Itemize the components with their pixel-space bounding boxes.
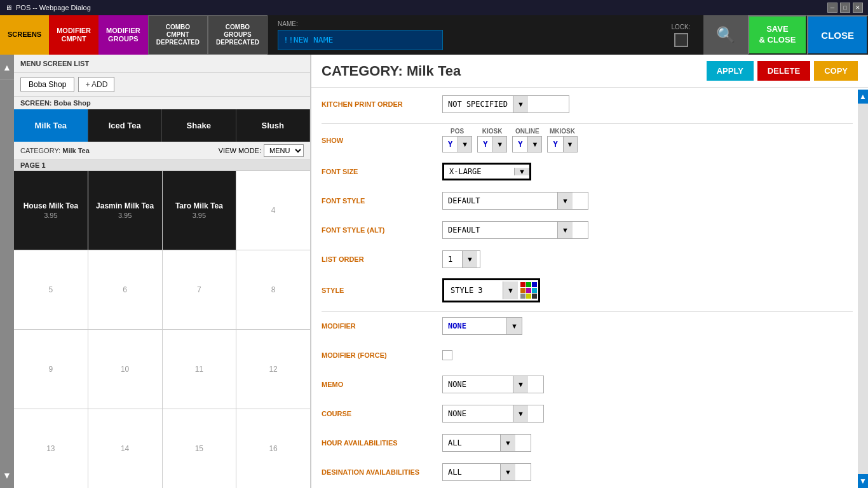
boba-shop-tab[interactable]: Boba Shop xyxy=(20,77,74,92)
modifier-arrow[interactable]: ▼ xyxy=(506,318,522,334)
apply-button[interactable]: APPLY xyxy=(707,61,754,81)
search-button[interactable]: 🔍 xyxy=(703,15,748,55)
kitchen-print-order-arrow[interactable]: ▼ xyxy=(513,96,528,112)
font-size-arrow[interactable]: ▼ xyxy=(514,168,529,175)
course-arrow[interactable]: ▼ xyxy=(513,405,528,422)
memo-arrow[interactable]: ▼ xyxy=(513,376,528,393)
grid-item-7[interactable]: 7 xyxy=(163,250,236,329)
grid-item-9[interactable]: 9 xyxy=(14,330,88,409)
grid-item-6[interactable]: 6 xyxy=(88,250,162,329)
grid-item-14[interactable]: 14 xyxy=(88,409,162,488)
grid-item-5[interactable]: 5 xyxy=(14,250,88,329)
right-panel-scroll-track xyxy=(858,104,868,474)
grid-item-13[interactable]: 13 xyxy=(14,409,88,488)
list-order-select[interactable]: 1 ▼ xyxy=(442,250,480,268)
grid-item-2[interactable]: Jasmin Milk Tea 3.95 xyxy=(88,171,162,250)
right-panel-scroll-up[interactable]: ▲ xyxy=(858,90,868,104)
close-toolbar-button[interactable]: CLOSE xyxy=(807,15,868,55)
modifier-force-checkbox[interactable] xyxy=(442,350,452,360)
grid-item-3[interactable]: Taro Milk Tea 3.95 xyxy=(163,171,236,250)
grid-item-10[interactable]: 10 xyxy=(88,330,162,409)
modifier-force-label: MODIFIER (FORCE) xyxy=(322,351,442,359)
memo-row: MEMO NONE ▼ xyxy=(322,374,853,395)
screens-button[interactable]: SCREENS xyxy=(0,15,49,55)
course-select[interactable]: NONE ▼ xyxy=(442,405,544,423)
font-style-alt-select[interactable]: DEFAULT ▼ xyxy=(442,221,588,239)
modifier-cmpnt-button[interactable]: MODIFIER CMPNT xyxy=(49,15,98,55)
right-panel-scroll-down[interactable]: ▼ xyxy=(858,474,868,488)
destination-avail-row: DESINATION AVAILABILITIES ALL ▼ xyxy=(322,462,853,482)
mkiosk-select[interactable]: Y ▼ xyxy=(547,136,577,152)
mkiosk-arrow[interactable]: ▼ xyxy=(563,136,578,152)
right-panel-header: CATEGORY: Milk Tea APPLY DELETE COPY xyxy=(311,55,868,88)
kitchen-print-order-row: KITCHEN PRINT ORDER NOT SPECIFIED ▼ xyxy=(322,94,853,114)
grid-item-16[interactable]: 16 xyxy=(236,409,310,488)
view-mode-select[interactable]: MENU xyxy=(264,144,304,157)
online-arrow[interactable]: ▼ xyxy=(527,136,542,152)
list-order-arrow[interactable]: ▼ xyxy=(462,251,477,268)
modifier-groups-button[interactable]: MODIFIER GROUPS xyxy=(98,15,148,55)
combo-cmpnt-button[interactable]: COMBO CMPNT DEPRECATED xyxy=(148,15,208,55)
grid-item-8[interactable]: 8 xyxy=(236,250,310,329)
hour-avail-arrow[interactable]: ▼ xyxy=(500,435,515,451)
delete-button[interactable]: DELETE xyxy=(757,61,810,81)
kitchen-print-order-control: NOT SPECIFIED ▼ xyxy=(442,95,569,113)
hour-avail-row: HOUR AVAILABILITIES ALL ▼ xyxy=(322,433,853,453)
style-select[interactable]: STYLE 3 ▼ xyxy=(445,281,518,299)
style-select-container[interactable]: STYLE 3 ▼ xyxy=(442,278,540,302)
list-order-control: 1 ▼ xyxy=(442,250,480,268)
grid-item-4[interactable]: 4 xyxy=(236,171,310,250)
grid-item-1[interactable]: House Milk Tea 3.95 xyxy=(14,171,88,250)
pos-select[interactable]: Y ▼ xyxy=(442,136,472,152)
pos-value: Y xyxy=(442,136,458,152)
right-panel-content: KITCHEN PRINT ORDER NOT SPECIFIED ▼ SHOW… xyxy=(311,88,868,488)
hour-avail-select[interactable]: ALL ▼ xyxy=(442,434,531,452)
minimize-button[interactable]: ─ xyxy=(827,3,837,13)
maximize-button[interactable]: □ xyxy=(840,3,850,13)
memo-label: MEMO xyxy=(322,381,442,388)
add-tab-button[interactable]: + ADD xyxy=(78,77,114,92)
kiosk-value: Y xyxy=(477,136,492,152)
font-style-control: DEFAULT ▼ xyxy=(442,192,588,210)
destination-avail-select[interactable]: ALL ▼ xyxy=(442,463,531,481)
grid-item-11[interactable]: 11 xyxy=(163,330,236,409)
grid-item-15[interactable]: 15 xyxy=(163,409,236,488)
online-column: ONLINE Y ▼ xyxy=(512,128,542,152)
copy-button[interactable]: COPY xyxy=(814,61,858,81)
grid-item-12[interactable]: 12 xyxy=(236,330,310,409)
font-style-arrow[interactable]: ▼ xyxy=(557,193,573,209)
kiosk-select[interactable]: Y ▼ xyxy=(477,136,507,152)
screen-label: SCREEN: Boba Shop xyxy=(14,97,310,109)
font-style-alt-value: DEFAULT xyxy=(443,223,557,237)
destination-avail-arrow[interactable]: ▼ xyxy=(500,464,515,480)
modifier-select[interactable]: NONE ▼ xyxy=(442,317,522,335)
pos-arrow[interactable]: ▼ xyxy=(458,136,472,152)
style-arrow[interactable]: ▼ xyxy=(503,281,518,299)
name-input[interactable] xyxy=(278,30,443,50)
kitchen-print-order-select[interactable]: NOT SPECIFIED ▼ xyxy=(442,95,569,113)
font-style-value: DEFAULT xyxy=(443,194,557,208)
category-tab-shake[interactable]: Shake xyxy=(162,109,236,142)
category-tab-milk-tea[interactable]: Milk Tea xyxy=(14,109,88,142)
category-tab-slush[interactable]: Slush xyxy=(236,109,311,142)
color-grid-icon[interactable] xyxy=(520,282,537,299)
kiosk-arrow[interactable]: ▼ xyxy=(492,136,507,152)
lock-checkbox[interactable] xyxy=(674,33,688,47)
online-select[interactable]: Y ▼ xyxy=(512,136,542,152)
memo-select[interactable]: NONE ▼ xyxy=(442,376,544,393)
save-close-button[interactable]: SAVE & CLOSE xyxy=(748,15,808,55)
scroll-up-arrow[interactable]: ▲ xyxy=(0,55,14,80)
category-tab-iced-tea[interactable]: Iced Tea xyxy=(88,109,163,142)
font-style-select[interactable]: DEFAULT ▼ xyxy=(442,192,588,210)
window-close-button[interactable]: ✕ xyxy=(853,3,863,13)
scroll-down-arrow[interactable]: ▼ xyxy=(0,463,14,488)
font-size-select[interactable]: X-LARGE ▼ xyxy=(442,163,531,180)
memo-control: NONE ▼ xyxy=(442,376,544,393)
category-title: CATEGORY: Milk Tea xyxy=(322,63,461,79)
modifier-label: MODIFIER xyxy=(322,322,442,330)
course-value: NONE xyxy=(443,407,513,421)
course-control: NONE ▼ xyxy=(442,405,544,423)
font-style-alt-arrow[interactable]: ▼ xyxy=(557,222,573,238)
pos-column: POS Y ▼ xyxy=(442,128,472,152)
combo-groups-button[interactable]: COMBO GROUPS DEPRECATED xyxy=(208,15,268,55)
